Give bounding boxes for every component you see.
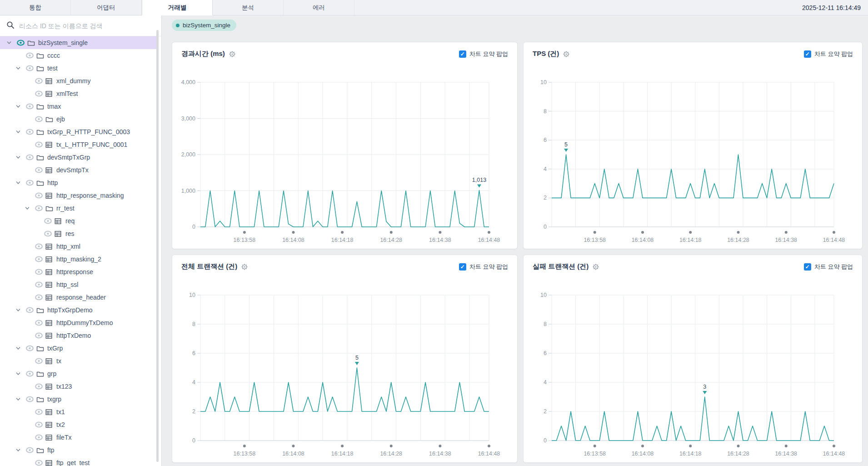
eye-visibility-toggle[interactable]: [35, 281, 45, 288]
tab-2[interactable]: 어댑터: [71, 0, 142, 15]
eye-visibility-toggle[interactable]: [25, 371, 36, 377]
eye-visibility-toggle[interactable]: [25, 52, 36, 59]
eye-visibility-toggle[interactable]: [35, 205, 45, 211]
eye-visibility-toggle[interactable]: [25, 396, 36, 402]
eye-visibility-toggle[interactable]: [35, 421, 45, 428]
tree-item[interactable]: http_masking_2: [0, 253, 157, 266]
tab-4[interactable]: 분석: [213, 0, 284, 15]
gear-icon[interactable]: [592, 263, 599, 271]
tree-item[interactable]: http_xml: [0, 240, 157, 253]
chevron-down-icon[interactable]: [15, 129, 25, 135]
tree-item[interactable]: grp: [0, 367, 157, 380]
chevron-down-icon[interactable]: [15, 447, 25, 453]
tree-item[interactable]: tx1: [0, 406, 157, 418]
tab-1[interactable]: 통합: [0, 0, 71, 15]
eye-visibility-toggle[interactable]: [16, 40, 27, 46]
tree-item[interactable]: bizSystem_single: [0, 36, 157, 49]
chart-summary-popup-toggle[interactable]: ✓차트 요약 팝업: [804, 263, 853, 271]
tree-item[interactable]: response_header: [0, 291, 157, 304]
eye-visibility-toggle[interactable]: [35, 78, 45, 84]
tree-item[interactable]: httpDummyTxDemo: [0, 316, 157, 329]
gear-icon[interactable]: [229, 50, 236, 58]
chart-summary-popup-toggle[interactable]: ✓차트 요약 팝업: [804, 50, 853, 58]
tree-item[interactable]: req: [0, 215, 157, 227]
search-input[interactable]: [19, 22, 155, 30]
eye-visibility-toggle[interactable]: [35, 294, 45, 301]
eye-visibility-toggle[interactable]: [35, 269, 45, 275]
tree-item[interactable]: cccc: [0, 49, 157, 62]
checkbox-checked-icon[interactable]: ✓: [804, 50, 811, 58]
tree-item[interactable]: devSmtpTx: [0, 164, 157, 176]
tab-3[interactable]: 거래별: [142, 0, 213, 15]
eye-visibility-toggle[interactable]: [25, 103, 36, 110]
eye-visibility-toggle[interactable]: [25, 307, 36, 313]
tree-item[interactable]: test: [0, 62, 157, 75]
chart-summary-popup-toggle[interactable]: ✓차트 요약 팝업: [459, 50, 508, 58]
eye-visibility-toggle[interactable]: [35, 434, 45, 441]
chevron-down-icon[interactable]: [15, 65, 25, 71]
eye-visibility-toggle[interactable]: [35, 460, 45, 466]
tree-item[interactable]: httpTxDemo: [0, 329, 157, 342]
tab-5[interactable]: 에러: [284, 0, 354, 15]
eye-visibility-toggle[interactable]: [35, 383, 45, 390]
chevron-down-icon[interactable]: [15, 371, 25, 376]
chevron-down-icon[interactable]: [25, 205, 35, 211]
tree-item[interactable]: txgrp: [0, 393, 157, 406]
chevron-down-icon[interactable]: [15, 180, 25, 185]
chevron-down-icon[interactable]: [6, 40, 16, 45]
eye-visibility-toggle[interactable]: [25, 154, 36, 160]
checkbox-checked-icon[interactable]: ✓: [459, 263, 466, 271]
eye-visibility-toggle[interactable]: [35, 409, 45, 415]
eye-visibility-toggle[interactable]: [35, 243, 45, 250]
eye-visibility-toggle[interactable]: [25, 345, 36, 351]
chevron-down-icon[interactable]: [15, 396, 25, 402]
eye-visibility-toggle[interactable]: [35, 320, 45, 326]
tree-item[interactable]: tx: [0, 355, 157, 367]
tree-item[interactable]: txGrp: [0, 342, 157, 355]
tree-item[interactable]: ftp: [0, 444, 157, 456]
tree-item[interactable]: xmlTest: [0, 87, 157, 100]
selected-resource-chip[interactable]: bizSystem_single: [172, 20, 236, 31]
tree-item[interactable]: rr_test: [0, 202, 157, 215]
chevron-down-icon[interactable]: [15, 104, 25, 109]
chevron-down-icon[interactable]: [15, 307, 25, 313]
eye-visibility-toggle[interactable]: [35, 141, 45, 148]
tree-item[interactable]: ejb: [0, 113, 157, 125]
tree-item[interactable]: ftp_get_test: [0, 456, 157, 466]
tree-item[interactable]: tx2: [0, 418, 157, 431]
eye-visibility-toggle[interactable]: [35, 116, 45, 122]
gear-icon[interactable]: [241, 263, 248, 271]
eye-visibility-toggle[interactable]: [35, 167, 45, 173]
chevron-down-icon[interactable]: [15, 346, 25, 351]
eye-visibility-toggle[interactable]: [25, 447, 36, 453]
gear-icon[interactable]: [563, 50, 570, 58]
eye-visibility-toggle[interactable]: [44, 230, 55, 237]
tree-item[interactable]: httpresponse: [0, 266, 157, 278]
eye-visibility-toggle[interactable]: [35, 332, 45, 339]
eye-visibility-toggle[interactable]: [35, 256, 45, 262]
tree-item[interactable]: devSmtpTxGrp: [0, 151, 157, 164]
tree-item[interactable]: txGrp_R_HTTP_FUNC_0003: [0, 125, 157, 138]
eye-visibility-toggle[interactable]: [35, 90, 45, 97]
sidebar-scrollbar[interactable]: [156, 30, 159, 462]
eye-visibility-toggle[interactable]: [35, 192, 45, 199]
eye-visibility-toggle[interactable]: [35, 358, 45, 364]
tree-item[interactable]: tmax: [0, 100, 157, 113]
checkbox-checked-icon[interactable]: ✓: [459, 50, 466, 58]
tree-item[interactable]: fileTx: [0, 431, 157, 444]
eye-visibility-toggle[interactable]: [25, 129, 36, 135]
eye-visibility-toggle[interactable]: [25, 180, 36, 186]
tree-item[interactable]: xml_dummy: [0, 75, 157, 87]
tree-item[interactable]: tx123: [0, 380, 157, 393]
eye-visibility-toggle[interactable]: [44, 218, 55, 224]
tree-item[interactable]: http_response_masking: [0, 189, 157, 202]
checkbox-checked-icon[interactable]: ✓: [804, 263, 811, 271]
tree-item[interactable]: http: [0, 176, 157, 189]
tree-item[interactable]: tx_L_HTTP_FUNC_0001: [0, 138, 157, 151]
tree-item[interactable]: res: [0, 227, 157, 240]
tree-item[interactable]: httpTxGrpDemo: [0, 304, 157, 316]
eye-visibility-toggle[interactable]: [25, 65, 36, 71]
chart-summary-popup-toggle[interactable]: ✓차트 요약 팝업: [459, 263, 508, 271]
chevron-down-icon[interactable]: [15, 155, 25, 160]
tree-item[interactable]: http_ssl: [0, 278, 157, 291]
